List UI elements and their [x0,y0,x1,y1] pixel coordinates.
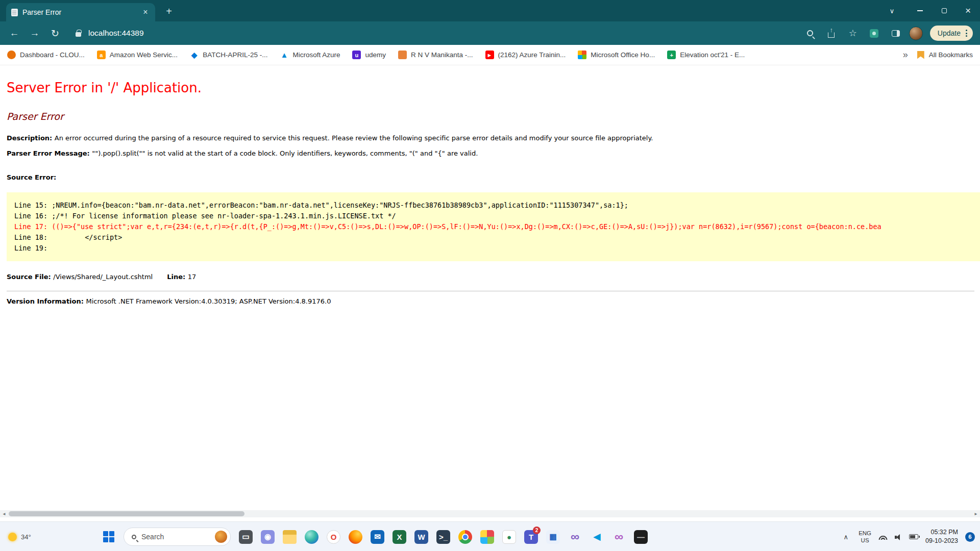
browser-toolbar: ← → ↻ localhost:44389 ☆ Update [0,21,980,45]
system-tray: ∧ ENG US 05:32 PM 09-10-2023 6 [844,522,975,551]
back-icon[interactable]: ← [5,24,23,42]
parser-error-label: Parser Error Message: [7,149,92,157]
bookmark-item[interactable]: Dashboard - CLOU... [7,51,85,59]
browser-tab[interactable]: Parser Error × [6,3,155,21]
outlook-icon[interactable]: ✉ [366,524,388,549]
bookmark-item[interactable]: +Elevation oct'21 - E... [667,51,745,59]
visual-studio-2-icon-glyph: ∞ [612,530,626,544]
taskbar-apps: ▭◉O✉XW>_●T2▦∞◄∞— [235,524,652,549]
office-icon[interactable] [476,524,498,549]
profile-avatar[interactable] [909,27,923,40]
calendar-icon[interactable]: ▦ [542,524,564,549]
tab-search-chevron-icon[interactable]: ∨ [880,0,904,21]
opera-icon[interactable]: O [323,524,345,549]
visual-studio-icon[interactable]: ∞ [564,524,586,549]
source-error-label: Source Error: [7,173,980,181]
update-button[interactable]: Update [930,26,973,41]
source-file-label: Source File: [7,273,53,281]
menu-dots-icon[interactable] [966,30,967,37]
file-explorer-icon-glyph [283,530,297,544]
bookmark-item[interactable]: ▲Microsoft Azure [280,51,340,59]
divider [7,291,974,291]
error-page: Server Error in '/' Application. Parser … [0,66,980,305]
error-subtitle: Parser Error [7,111,980,122]
notification-count-badge[interactable]: 6 [965,532,975,542]
bookmark-item[interactable]: Microsoft Office Ho... [578,51,655,59]
new-tab-button[interactable]: + [162,6,176,17]
version-value: Microsoft .NET Framework Version:4.0.303… [86,297,331,305]
horizontal-scrollbar[interactable]: ◄ ► [0,510,980,517]
presenter-window-icon-glyph: ▭ [239,530,253,544]
scrollbar-thumb[interactable] [9,511,244,516]
code-line-error: Line 17: (()=>{"use strict";var e,t,r={2… [14,221,980,232]
reload-icon[interactable]: ↻ [46,24,64,42]
bookmark-item[interactable]: ◆BATCH-APRIL-25 -... [190,51,267,59]
close-button[interactable]: × [956,0,980,21]
bookmark-item[interactable]: ►(2162) Azure Trainin... [485,51,566,59]
clock-widget[interactable]: 05:32 PM 09-10-2023 [925,528,958,545]
scroll-left-arrow-icon[interactable]: ◄ [0,510,8,517]
search-placeholder: Search [141,533,210,541]
scroll-right-arrow-icon[interactable]: ► [972,510,980,517]
toolbar-actions: ☆ Update [802,25,975,41]
bookmark-item[interactable]: R N V Manikanta -... [398,51,473,59]
terminal-icon[interactable]: — [630,524,652,549]
bookmark-star-icon[interactable]: ☆ [845,25,861,41]
visual-studio-2-icon[interactable]: ∞ [608,524,630,549]
tray-chevron-up-icon[interactable]: ∧ [844,533,849,541]
description-label: Description: [7,134,55,142]
bookmark-label: (2162) Azure Trainin... [498,51,566,59]
taskbar-search[interactable]: Search [124,528,231,546]
excel-icon[interactable]: X [388,524,410,549]
language-switcher[interactable]: ENG US [859,530,871,544]
weather-temperature: 34° [21,533,31,541]
bookmark-item[interactable]: aAmazon Web Servic... [97,51,178,59]
tab-strip: Parser Error × + ∨ × [0,0,980,21]
weather-widget[interactable]: 34° [8,522,31,551]
firefox-icon[interactable] [345,524,366,549]
file-explorer-icon[interactable] [279,524,301,549]
powershell-icon[interactable]: >_ [432,524,454,549]
sheets-favicon: + [667,51,676,59]
forward-icon[interactable]: → [26,24,44,42]
word-icon[interactable]: W [410,524,432,549]
bookmark-item[interactable]: uudemy [352,51,386,59]
source-error-box: Line 15: ;NREUM.info={beacon:"bam.nr-dat… [7,192,980,261]
search-icon [132,535,136,539]
address-bar[interactable]: localhost:44389 [88,29,800,38]
chat-icon[interactable]: ◉ [257,524,279,549]
vscode-icon[interactable]: ◄ [586,524,608,549]
language-line1: ENG [859,530,871,537]
share-icon[interactable] [823,25,840,41]
notes-app-icon[interactable]: ● [498,524,520,549]
vscode-icon-glyph: ◄ [590,530,604,544]
presenter-window-icon[interactable]: ▭ [235,524,257,549]
source-file-path: /Views/Shared/_Layout.cshtml [53,273,153,281]
pinned-extension-icon[interactable] [866,25,883,41]
wifi-icon[interactable] [878,534,888,540]
date-text: 09-10-2023 [925,537,958,545]
terminal-icon-glyph: — [634,530,648,544]
maximize-button[interactable] [932,0,956,21]
version-label: Version Information: [7,297,86,305]
notes-app-icon-glyph: ● [502,530,516,544]
bookmark-label: Microsoft Office Ho... [591,51,655,59]
opera-icon-glyph: O [327,530,340,544]
dashboard-favicon [7,51,16,59]
chrome-icon[interactable] [454,524,476,549]
powershell-icon-glyph: >_ [436,530,450,544]
teams-icon[interactable]: T2 [520,524,542,549]
all-bookmarks-button[interactable]: All Bookmarks [917,51,973,59]
bookmarks-overflow-chevron[interactable]: » [903,49,908,60]
word-icon-glyph: W [414,530,428,544]
zoom-search-icon[interactable] [802,25,818,41]
start-button[interactable] [98,525,119,548]
side-panel-icon[interactable] [888,25,904,41]
tab-close-icon[interactable]: × [141,8,150,17]
edge-icon[interactable] [301,524,323,549]
lock-icon[interactable] [76,32,81,37]
taskbar: 34° Search ▭◉O✉XW>_●T2▦∞◄∞— ∧ ENG US 05 [0,521,980,551]
minimize-button[interactable] [908,0,932,21]
battery-icon[interactable] [909,534,918,539]
volume-icon[interactable] [895,534,902,540]
